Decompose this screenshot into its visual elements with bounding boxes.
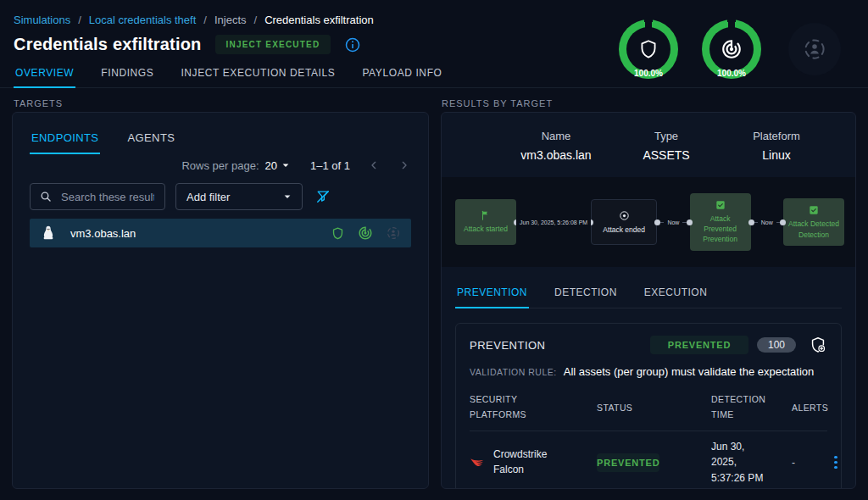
breadcrumb-separator: / <box>254 14 258 26</box>
breadcrumb-injects: Injects <box>214 14 247 26</box>
shield-icon <box>637 38 659 60</box>
chevron-down-icon <box>280 189 295 204</box>
summary-platform-value: Linux <box>762 148 790 162</box>
prevention-card: PREVENTION PREVENTED 100 VALIDATION RULE… <box>455 323 842 489</box>
target-icon <box>618 209 631 222</box>
breadcrumb-current: Credentials exfiltration <box>264 14 374 26</box>
prevention-table-header: SECURITY PLATFORMS STATUS DETECTION TIME… <box>470 388 827 431</box>
search-input[interactable] <box>59 190 156 204</box>
tab-payload-info[interactable]: PAYLOAD INFO <box>360 59 443 88</box>
detection-time-value: Jun 30, 2025, 5:37:26 PM <box>711 439 772 486</box>
tab-detection[interactable]: DETECTION <box>553 278 619 308</box>
attack-timeline: Attack started Jun 30, 2025, 5:26:08 PM … <box>442 177 855 267</box>
timeline-connector-label: Now <box>758 219 776 225</box>
validation-rule: VALIDATION RULE: All assets (per group) … <box>470 365 827 378</box>
detection-gauge: 100.0% <box>702 19 761 79</box>
col-status: STATUS <box>597 403 711 413</box>
human-response-gauge-disabled <box>788 23 841 75</box>
validation-rule-label: VALIDATION RULE: <box>470 367 557 377</box>
checkbox-icon <box>808 204 820 216</box>
breadcrumb-separator: / <box>203 14 207 26</box>
add-filter-dropdown[interactable]: Add filter <box>175 183 303 210</box>
next-page-button[interactable] <box>398 158 411 172</box>
rows-per-page-label: Rows per page: <box>181 159 259 172</box>
prevention-gauge: 100.0% <box>619 19 678 79</box>
tab-prevention[interactable]: PREVENTION <box>455 278 529 308</box>
col-detection-time: DETECTION TIME <box>711 392 771 423</box>
list-controls: Add filter <box>30 183 411 210</box>
tab-endpoints[interactable]: ENDPOINTS <box>30 128 100 154</box>
tab-execution[interactable]: EXECUTION <box>643 278 709 308</box>
chevron-down-icon <box>278 158 293 173</box>
search-box <box>30 183 165 210</box>
result-tabs: PREVENTION DETECTION EXECUTION <box>455 278 842 308</box>
timeline-connector: Now <box>751 216 783 228</box>
prevention-score-pill: 100 <box>757 337 796 353</box>
flag-icon <box>480 209 492 221</box>
row-status-badge: PREVENTED <box>597 453 659 472</box>
main-tabs: OVERVIEW FINDINGS INJECT EXECUTION DETAI… <box>14 59 444 88</box>
human-target-icon <box>802 36 827 62</box>
detection-track-changes-icon <box>358 225 373 241</box>
prevention-card-title: PREVENTION <box>470 339 650 352</box>
tab-findings[interactable]: FINDINGS <box>99 59 155 88</box>
tab-agents[interactable]: AGENTS <box>125 128 176 154</box>
score-gauges: 100.0% 100.0% <box>619 19 844 79</box>
info-icon[interactable] <box>344 36 361 53</box>
results-panel: Name vm3.obas.lan Type ASSETS Plateform … <box>441 112 856 489</box>
timeline-connector-label: Now <box>664 219 682 225</box>
targets-tabs: ENDPOINTS AGENTS <box>30 128 411 154</box>
results-section-label: RESULTS BY TARGET <box>442 98 553 108</box>
timeline-connector-label: Jun 30, 2025, 5:26:08 PM <box>516 219 591 225</box>
targets-panel: ENDPOINTS AGENTS Rows per page: 20 1–1 o… <box>12 112 429 489</box>
timeline-node-attack-prevented: Attack Prevented Prevention <box>690 193 751 250</box>
page-header: Simulations / Local credentials theft / … <box>0 0 868 88</box>
human-target-icon <box>386 225 401 241</box>
prevention-gauge-value: 100.0% <box>619 69 678 78</box>
summary-type-label: Type <box>654 130 678 142</box>
detection-gauge-value: 100.0% <box>702 69 761 78</box>
previous-page-button[interactable] <box>367 158 381 172</box>
clear-filters-icon[interactable] <box>314 188 331 205</box>
search-icon <box>39 190 53 203</box>
timeline-connector: Jun 30, 2025, 5:26:08 PM <box>516 216 591 228</box>
table-row: Crowdstrike Falcon PREVENTED Jun 30, 202… <box>470 431 827 489</box>
breadcrumb-separator: / <box>78 14 81 26</box>
rows-per-page: Rows per page: 20 <box>181 158 293 173</box>
prevention-table: SECURITY PLATFORMS STATUS DETECTION TIME… <box>470 388 827 489</box>
pagination-range: 1–1 of 1 <box>310 159 350 172</box>
tab-overview[interactable]: OVERVIEW <box>14 59 75 88</box>
linux-icon <box>40 225 57 242</box>
summary-platform-label: Plateform <box>753 130 800 142</box>
row-menu-kebab-icon[interactable] <box>834 456 844 469</box>
prevention-shield-icon <box>331 226 345 241</box>
validation-rule-text: All assets (per group) must validate the… <box>564 365 815 378</box>
target-summary: Name vm3.obas.lan Type ASSETS Plateform … <box>501 130 832 162</box>
page-title: Credentials exfiltration <box>14 35 202 54</box>
crowdstrike-falcon-icon <box>470 454 486 470</box>
prevention-status-badge: PREVENTED <box>650 336 748 354</box>
track-changes-icon <box>721 38 743 60</box>
tab-inject-execution-details[interactable]: INJECT EXECUTION DETAILS <box>179 59 337 88</box>
breadcrumb-simulations[interactable]: Simulations <box>14 14 70 26</box>
summary-name-label: Name <box>542 130 571 142</box>
rows-per-page-select[interactable]: 20 <box>265 158 293 173</box>
security-platform-name: Crowdstrike Falcon <box>493 447 559 477</box>
timeline-connector: Now <box>657 216 689 228</box>
breadcrumb: Simulations / Local credentials theft / … <box>14 14 374 26</box>
shield-add-icon[interactable] <box>809 336 827 354</box>
summary-name-value: vm3.obas.lan <box>520 148 591 162</box>
timeline-node-attack-started: Attack started <box>455 199 516 245</box>
endpoint-row[interactable]: vm3.obas.lan <box>30 219 411 247</box>
targets-section-label: TARGETS <box>14 98 63 108</box>
breadcrumb-simulation-name[interactable]: Local credentials theft <box>89 14 196 26</box>
timeline-node-attack-ended: Attack ended <box>591 199 657 245</box>
pagination: Rows per page: 20 1–1 of 1 <box>30 158 411 173</box>
endpoint-result-icons <box>331 225 401 241</box>
timeline-node-attack-detected: Attack Detected Detection <box>783 198 844 246</box>
summary-type-value: ASSETS <box>643 148 689 162</box>
title-row: Credentials exfiltration INJECT EXECUTED <box>14 35 361 54</box>
alerts-value: - <box>792 457 834 469</box>
inject-status-badge: INJECT EXECUTED <box>215 35 331 54</box>
endpoint-name: vm3.obas.lan <box>70 227 320 240</box>
